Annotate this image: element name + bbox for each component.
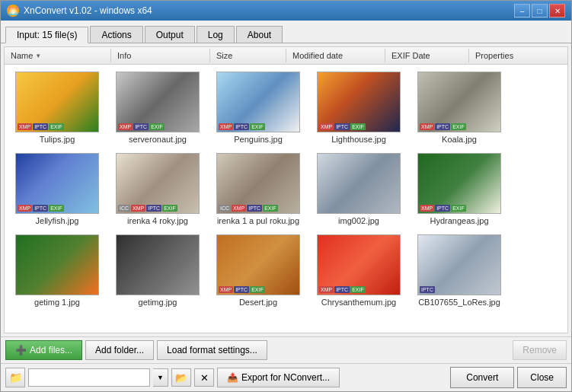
file-tag: EXIF [250, 123, 265, 130]
file-name: CB107655_LoRes.jpg [418, 298, 500, 307]
file-name: irenka 4 roky.jpg [127, 216, 188, 225]
file-list-header: Name ▼ Info Size Modified date EXIF Date… [5, 47, 567, 65]
file-name: Hydrangeas.jpg [430, 216, 488, 225]
tab-log[interactable]: Log [197, 26, 235, 43]
file-tag: EXIF [451, 123, 466, 130]
delete-path-button[interactable]: ✕ [194, 368, 214, 387]
file-name: img002.jpg [338, 216, 379, 225]
thumbnail: XMPIPTCEXIF [15, 72, 99, 132]
list-item[interactable]: XMPIPTCEXIFTulips.jpg [8, 68, 107, 148]
minimize-button[interactable]: – [514, 4, 530, 18]
file-grid[interactable]: XMPIPTCEXIFTulips.jpgXMPIPTCEXIFserveron… [5, 65, 567, 333]
list-item[interactable]: XMPIPTCEXIFPenguins.jpg [209, 68, 308, 148]
maximize-button[interactable]: □ [532, 4, 548, 18]
file-name: irenka 1 a pul roku.jpg [217, 216, 299, 225]
file-tag: ICC [118, 205, 130, 212]
file-name: Lighthouse.jpg [331, 135, 386, 144]
file-tag: ICC [219, 205, 231, 212]
col-info: Info [111, 49, 210, 62]
export-nconvert-button[interactable]: 📤 Export for NConvert... [217, 368, 340, 387]
thumbnail: XMPIPTCEXIF [15, 153, 99, 214]
list-item[interactable]: XMPIPTCEXIFChrysanthemum.jpg [309, 231, 408, 311]
file-name: Penguins.jpg [234, 135, 283, 144]
thumbnail: XMPIPTCEXIF [417, 153, 501, 214]
list-item[interactable]: XMPIPTCEXIFKoala.jpg [410, 68, 509, 148]
tab-actions[interactable]: Actions [90, 26, 142, 43]
main-window: 🌅 XnConvert v1.02 - windows x64 – □ ✕ In… [0, 0, 572, 392]
list-item[interactable]: ICCXMPIPTCEXIFirenka 1 a pul roku.jpg [209, 149, 308, 229]
folder-new-button[interactable]: 📂 [171, 368, 191, 387]
window-controls: – □ ✕ [514, 4, 565, 18]
list-item[interactable]: XMPIPTCEXIFJellyfish.jpg [8, 149, 107, 229]
tab-about[interactable]: About [236, 26, 283, 43]
file-tag: IPTC [133, 123, 149, 130]
file-tag: IPTC [33, 205, 48, 212]
file-tag: XMP [18, 205, 32, 212]
thumbnail: ICCXMPIPTCEXIF [116, 153, 200, 214]
list-item[interactable]: getimg 1.jpg [8, 231, 107, 311]
tab-input[interactable]: Input: 15 file(s) [5, 27, 88, 43]
col-name[interactable]: Name ▼ [5, 49, 111, 62]
window-title: XnConvert v1.02 - windows x64 [24, 5, 152, 16]
title-bar-left: 🌅 XnConvert v1.02 - windows x64 [7, 5, 152, 17]
list-item[interactable]: XMPIPTCEXIFHydrangeas.jpg [410, 149, 509, 229]
window-close-button[interactable]: ✕ [549, 4, 565, 18]
file-tag: XMP [319, 123, 334, 130]
list-item[interactable]: img002.jpg [309, 149, 408, 229]
title-bar: 🌅 XnConvert v1.02 - windows x64 – □ ✕ [1, 1, 571, 21]
thumbnail [15, 234, 99, 295]
thumbnail: ICCXMPIPTCEXIF [216, 153, 300, 214]
tab-output[interactable]: Output [145, 26, 195, 43]
col-exif: EXIF Date [385, 49, 469, 62]
file-tag: IPTC [234, 286, 249, 293]
file-tag: EXIF [49, 123, 64, 130]
action-bar: 📁 ▼ 📂 ✕ 📤 Export for NConvert... Convert… [1, 363, 571, 391]
file-tag: IPTC [435, 123, 450, 130]
file-tag: EXIF [49, 205, 64, 212]
file-tag: XMP [232, 205, 246, 212]
file-grid-inner: XMPIPTCEXIFTulips.jpgXMPIPTCEXIFserveron… [5, 65, 567, 314]
export-icon: 📤 [227, 372, 238, 383]
file-tag: IPTC [334, 123, 350, 130]
list-item[interactable]: ICCXMPIPTCEXIFirenka 4 roky.jpg [108, 149, 207, 229]
convert-button[interactable]: Convert [450, 367, 514, 388]
main-content: Name ▼ Info Size Modified date EXIF Date… [4, 46, 568, 333]
file-tag: XMP [118, 123, 133, 130]
add-files-button[interactable]: ➕ Add files... [5, 340, 82, 360]
thumbnail: XMPIPTCEXIF [116, 72, 200, 132]
file-tag: XMP [219, 286, 233, 293]
thumbnail [116, 234, 200, 295]
col-modified: Modified date [286, 49, 385, 62]
delete-icon: ✕ [200, 372, 209, 384]
file-name: Chrysanthemum.jpg [321, 298, 396, 307]
list-item[interactable]: XMPIPTCEXIFDesert.jpg [209, 231, 308, 311]
remove-button[interactable]: Remove [513, 340, 567, 360]
col-size: Size [210, 49, 286, 62]
file-name: Jellyfish.jpg [36, 216, 79, 225]
list-item[interactable]: IPTCCB107655_LoRes.jpg [410, 231, 509, 311]
thumbnail: XMPIPTCEXIF [317, 72, 401, 132]
file-tag: IPTC [234, 123, 249, 130]
folder-icon: 📁 [9, 371, 22, 384]
output-path-input[interactable] [28, 368, 150, 387]
file-name: Tulips.jpg [40, 135, 75, 144]
file-tag: EXIF [263, 205, 278, 212]
close-button[interactable]: Close [517, 367, 567, 388]
file-tag: XMP [219, 123, 233, 130]
file-tag: XMP [319, 286, 334, 293]
browse-folder-button[interactable]: 📁 [5, 368, 25, 387]
list-item[interactable]: XMPIPTCEXIFLighthouse.jpg [309, 68, 408, 148]
file-tag: XMP [18, 123, 32, 130]
file-tag: EXIF [250, 286, 265, 293]
file-tag: EXIF [350, 286, 366, 293]
load-format-button[interactable]: Load format settings... [157, 340, 267, 360]
path-dropdown-button[interactable]: ▼ [153, 368, 168, 387]
add-folder-button[interactable]: Add folder... [85, 340, 154, 360]
file-tag: IPTC [334, 286, 350, 293]
list-item[interactable]: XMPIPTCEXIFserveronaut.jpg [108, 68, 207, 148]
bottom-toolbar: ➕ Add files... Add folder... Load format… [1, 336, 571, 363]
thumbnail: XMPIPTCEXIF [417, 72, 501, 132]
list-item[interactable]: getimg.jpg [108, 231, 207, 311]
file-tag: XMP [420, 205, 434, 212]
thumbnail: IPTC [417, 234, 501, 295]
